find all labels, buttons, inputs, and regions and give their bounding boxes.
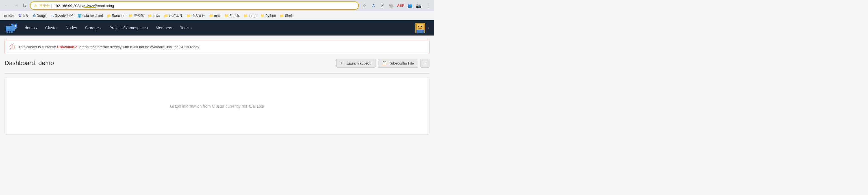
bookmark-virtualization[interactable]: 📁 虚拟化: [127, 12, 146, 19]
bookmark-baidu-label: 百度: [22, 13, 29, 18]
temp-folder-icon: 📁: [244, 14, 248, 18]
refresh-button[interactable]: ↻: [20, 2, 28, 9]
nav-menu: demo ▾ Cluster Nodes Storage ▾ Projects/…: [21, 20, 218, 36]
bookmark-python-label: Python: [265, 14, 276, 18]
avatar-image: [415, 23, 425, 33]
bookmarks-bar: ⊞ 应用 百 百度 G Google G Google 翻译 🌐 data:te…: [0, 11, 434, 20]
bookmark-google-label: Google: [36, 14, 48, 18]
launch-kubectl-label: Launch kubectl: [347, 61, 371, 65]
shell-folder-icon: 📁: [280, 14, 284, 18]
bookmark-data-html-label: data:text/html: [83, 14, 103, 18]
browser-actions: ☆ A Z 🐘 ABP 👥 📷 ⋮: [361, 2, 432, 9]
forward-button[interactable]: →: [11, 2, 19, 9]
brand-logo[interactable]: [4, 23, 19, 33]
bookmark-apps[interactable]: ⊞ 应用: [2, 12, 16, 19]
address-bar[interactable]: ⚠ 不安全 | 192.168.99.203/c/c-4wzvf/monitor…: [30, 1, 359, 10]
alert-warning-icon: ⓘ: [9, 44, 15, 50]
tools-label: Tools: [180, 26, 189, 30]
more-actions-button[interactable]: ⋮: [421, 58, 430, 68]
back-button[interactable]: ←: [2, 2, 10, 9]
bookmark-personal-files-label: 个人文件: [192, 13, 205, 18]
extension-button-evernote[interactable]: 🐘: [388, 2, 396, 9]
extension-button-adblock[interactable]: ABP: [397, 2, 405, 9]
bookmark-mac[interactable]: 📁 mac: [207, 13, 222, 18]
launch-kubectl-button[interactable]: >_ Launch kubectl: [336, 58, 375, 68]
bookmark-google-translate[interactable]: G Google 翻译: [50, 12, 75, 19]
storage-chevron-icon: ▾: [100, 27, 101, 30]
content-divider: [4, 73, 430, 74]
graph-area: Graph information from Cluster currently…: [4, 78, 430, 134]
svg-point-3: [15, 24, 17, 26]
svg-rect-8: [11, 31, 13, 33]
more-icon: ⋮: [423, 61, 427, 66]
graph-placeholder-text: Graph information from Cluster currently…: [170, 104, 264, 109]
user-avatar[interactable]: [415, 23, 425, 33]
bookmark-rancher[interactable]: 📁 Rancher: [105, 13, 126, 18]
bookmark-zabbix-label: Zabbix: [229, 14, 240, 18]
url-after: /monitoring: [96, 4, 114, 8]
bookmark-shell-label: Shell: [285, 14, 292, 18]
svg-rect-14: [418, 26, 419, 27]
svg-rect-16: [418, 28, 422, 29]
svg-point-5: [15, 26, 16, 27]
svg-rect-7: [9, 31, 10, 33]
url-text: 192.168.99.203/c/c-4wzvf/monitoring: [54, 4, 355, 8]
nav-item-members[interactable]: Members: [152, 20, 176, 36]
bookmark-button[interactable]: ☆: [361, 2, 368, 9]
python-folder-icon: 📁: [260, 14, 265, 18]
url-highlight: c-4wzvf: [83, 4, 96, 8]
extension-button-users[interactable]: 👥: [406, 2, 414, 9]
header-actions: >_ Launch kubectl 📋 Kubeconfig File ⋮: [336, 58, 430, 68]
bookmark-linux-label: linux: [153, 14, 160, 18]
nav-item-nodes[interactable]: Nodes: [62, 20, 81, 36]
camera-button[interactable]: 📷: [415, 2, 423, 9]
alert-prefix: This cluster is currently: [19, 45, 57, 49]
bookmark-linux[interactable]: 📁 linux: [146, 13, 162, 18]
url-before: 192.168.99.203/c/: [54, 4, 83, 8]
kubectl-icon: >_: [340, 61, 345, 65]
svg-rect-18: [416, 30, 418, 33]
bookmark-python[interactable]: 📁 Python: [258, 13, 277, 18]
security-warning-icon: ⚠: [34, 3, 38, 8]
data-html-icon: 🌐: [78, 14, 82, 18]
translate-button[interactable]: A: [370, 2, 377, 9]
bookmark-data-html[interactable]: 🌐 data:text/html: [76, 13, 104, 18]
nav-item-storage[interactable]: Storage ▾: [81, 20, 105, 36]
personal-files-folder-icon: 📁: [186, 14, 191, 18]
url-separator: |: [51, 3, 52, 8]
svg-point-10: [17, 27, 18, 28]
baidu-icon: 百: [19, 13, 22, 18]
mac-folder-icon: 📁: [209, 14, 213, 18]
bookmark-shell[interactable]: 📁 Shell: [278, 13, 294, 18]
bookmark-google[interactable]: G Google: [31, 13, 49, 18]
settings-menu-button[interactable]: ⋮: [424, 2, 432, 9]
kubeconfig-label: Kubeconfig File: [389, 61, 414, 65]
nav-item-tools[interactable]: Tools ▾: [176, 20, 196, 36]
svg-rect-6: [6, 31, 8, 33]
zabbix-folder-icon: 📁: [224, 14, 228, 18]
bookmark-baidu[interactable]: 百 百度: [17, 12, 31, 19]
bookmark-rancher-label: Rancher: [112, 14, 125, 18]
svg-point-2: [11, 24, 13, 26]
bookmark-virtualization-label: 虚拟化: [134, 13, 144, 18]
profile-button[interactable]: Z: [379, 2, 386, 9]
svg-rect-19: [422, 30, 424, 33]
nav-item-demo[interactable]: demo ▾: [21, 20, 41, 36]
bookmark-ops-tools[interactable]: 📁 运维工具: [162, 12, 184, 19]
main-content: Dashboard: demo >_ Launch kubectl 📋 Kube…: [0, 54, 434, 139]
page-title: Dashboard: demo: [4, 60, 54, 67]
page-header: Dashboard: demo >_ Launch kubectl 📋 Kube…: [4, 58, 430, 68]
bookmark-temp[interactable]: 📁 temp: [242, 13, 258, 18]
nav-item-cluster[interactable]: Cluster: [41, 20, 62, 36]
rancher-logo-icon: [4, 23, 19, 33]
svg-rect-15: [421, 26, 423, 27]
bookmark-mac-label: mac: [214, 14, 221, 18]
user-menu-chevron-icon[interactable]: ▾: [428, 27, 430, 30]
bookmark-zabbix[interactable]: 📁 Zabbix: [223, 13, 241, 18]
bookmark-personal-files[interactable]: 📁 个人文件: [185, 12, 207, 19]
nodes-label: Nodes: [66, 26, 77, 30]
tools-chevron-icon: ▾: [190, 27, 192, 30]
kubeconfig-file-button[interactable]: 📋 Kubeconfig File: [378, 58, 418, 68]
nav-item-projects[interactable]: Projects/Namespaces: [105, 20, 152, 36]
ops-tools-folder-icon: 📁: [164, 14, 168, 18]
